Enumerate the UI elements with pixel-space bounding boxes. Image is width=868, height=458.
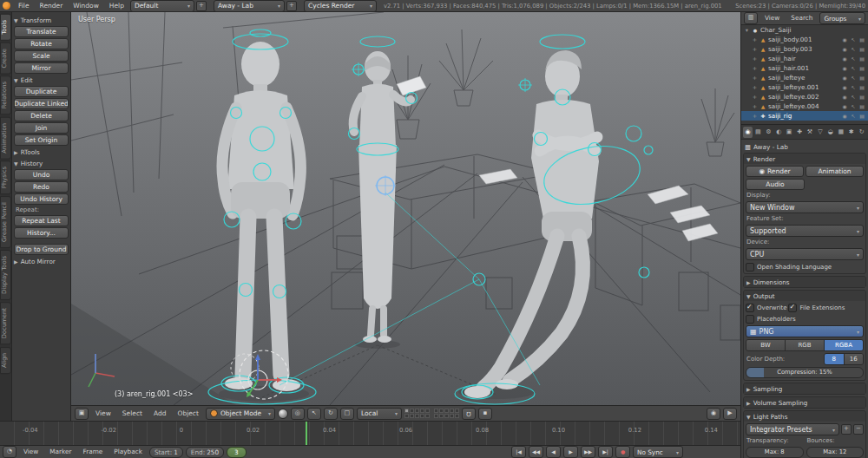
panel-transform-header[interactable]: Transform (14, 15, 69, 25)
view-menu[interactable]: View (91, 408, 115, 420)
play-button[interactable]: ▶ (563, 446, 578, 458)
panel-edit-header[interactable]: Edit (14, 75, 69, 85)
bounces-max-field[interactable]: Max: 12 (806, 447, 865, 458)
hide-toggle[interactable]: ◉ (841, 56, 848, 62)
file-extensions-checkbox[interactable] (788, 304, 797, 312)
select-toggle[interactable]: ↖ (850, 84, 857, 90)
hide-toggle[interactable]: ◉ (841, 84, 848, 90)
opengl-render-button[interactable]: ◉ (707, 408, 720, 420)
sampling-panel-header[interactable]: Sampling (744, 383, 865, 394)
screen-layout-dropdown[interactable]: Default (130, 0, 194, 12)
light-paths-panel-header[interactable]: Light Paths (744, 411, 865, 422)
timeline-ruler[interactable]: -0.04 -0.02 0 0.02 0.04 0.06 0.08 0.10 0… (0, 421, 740, 445)
tab-relations[interactable]: Relations (0, 75, 11, 114)
auto-keyframe-record-button[interactable]: ● (615, 446, 630, 458)
mirror-button[interactable]: Mirror (14, 62, 69, 74)
tab-constraints-icon[interactable]: ✚ (795, 127, 805, 138)
outliner-row-selected[interactable]: + ✚ saiji_rig ◉ ↖ ▤ (741, 111, 868, 121)
osl-checkbox[interactable] (746, 263, 754, 272)
outliner-row[interactable]: + ▲ saiji_lefteye ◉ ↖ ▤ (741, 73, 868, 82)
render-audio-button[interactable]: Audio (746, 179, 805, 190)
repeat-last-button[interactable]: Repeat Last (14, 215, 69, 226)
next-keyframe-button[interactable]: ▶▶ (581, 446, 595, 458)
jump-to-end-button[interactable]: ▶| (598, 446, 613, 458)
select-toggle[interactable]: ↖ (850, 75, 857, 81)
current-frame-field[interactable]: 3 (227, 447, 247, 458)
hide-toggle[interactable]: ◉ (841, 113, 848, 119)
transparency-max-field[interactable]: Max: 8 (746, 447, 804, 458)
tab-create[interactable]: Create (0, 43, 11, 75)
viewport-3d[interactable]: User Persp (3) aren_rig.001 <03> (71, 12, 740, 405)
outliner-row[interactable]: + ▲ saiji_lefteye.001 ◉ ↖ ▤ (741, 82, 868, 92)
outliner-editor-type-button[interactable]: ▥ (744, 12, 758, 24)
menu-render[interactable]: Render (36, 0, 68, 12)
tab-scene-icon[interactable]: ⚙ (764, 127, 773, 138)
render-toggle[interactable]: ▤ (858, 84, 865, 90)
render-toggle[interactable]: ▤ (858, 94, 865, 100)
opengl-render-anim-button[interactable]: ▶ (723, 408, 737, 420)
hide-toggle[interactable]: ◉ (841, 65, 848, 71)
overwrite-checkbox[interactable] (746, 304, 754, 312)
rotate-button[interactable]: Rotate (14, 38, 69, 49)
outliner-display-mode-dropdown[interactable]: Groups (819, 12, 865, 24)
jump-to-start-button[interactable]: |◀ (511, 446, 526, 458)
outliner-row[interactable]: + ▲ saiji_lefteye.004 ◉ ↖ ▤ (741, 101, 868, 111)
select-toggle[interactable]: ↖ (850, 46, 857, 52)
file-extensions-checkbox-row[interactable]: File Extensions (788, 303, 845, 312)
playhead[interactable] (306, 422, 307, 445)
duplicate-linked-button[interactable]: Duplicate Linked (14, 98, 69, 109)
render-toggle[interactable]: ▤ (858, 65, 865, 71)
outliner-row[interactable]: + ▲ saiji_body.001 ◉ ↖ ▤ (741, 35, 868, 44)
viewport-shading-dropdown[interactable] (278, 409, 288, 419)
play-reverse-button[interactable]: ◀ (546, 446, 561, 458)
display-dropdown[interactable]: New Window (746, 201, 864, 213)
device-dropdown[interactable]: CPU (746, 248, 864, 260)
timeline-marker-menu[interactable]: Marker (45, 446, 76, 458)
tab-particles-icon[interactable]: ✱ (846, 127, 856, 138)
panel-rtools-header[interactable]: RTools (14, 147, 69, 157)
object-menu[interactable]: Object (173, 408, 202, 420)
dimensions-panel-header[interactable]: Dimensions (744, 277, 865, 287)
tab-align[interactable]: Align (0, 347, 11, 374)
add-preset-button[interactable]: + (841, 424, 852, 435)
editor-type-button[interactable]: ▣ (75, 408, 89, 420)
set-origin-button[interactable]: Set Origin (14, 134, 69, 146)
render-panel-header[interactable]: Render (744, 154, 865, 164)
tab-display-tools[interactable]: Display Tools (0, 250, 11, 300)
manipulator-rotate-button[interactable]: ↻ (324, 408, 338, 420)
tab-render-layers-icon[interactable]: ▤ (753, 127, 763, 138)
hide-toggle[interactable]: ◉ (841, 46, 848, 52)
tab-grease-pencil[interactable]: Grease Pencil (0, 196, 11, 248)
overwrite-checkbox-row[interactable]: Overwrite (746, 303, 786, 312)
outliner-row[interactable]: + ▲ saiji_body.003 ◉ ↖ ▤ (741, 44, 868, 54)
tab-data-icon[interactable]: ▽ (815, 127, 825, 138)
feature-set-dropdown[interactable]: Supported (746, 225, 864, 237)
hide-toggle[interactable]: ◉ (841, 36, 848, 43)
integrator-presets-dropdown[interactable]: Integrator Presets (746, 423, 839, 435)
color-channels-segment[interactable]: BW RGB RGBA (746, 339, 864, 351)
output-panel-header[interactable]: Output (744, 291, 865, 301)
scale-button[interactable]: Scale (14, 50, 69, 62)
timeline-frame-menu[interactable]: Frame (79, 446, 108, 458)
tab-object-icon[interactable]: ▣ (785, 127, 794, 138)
select-toggle[interactable]: ↖ (850, 94, 857, 100)
osl-checkbox-row[interactable]: Open Shading Language (746, 262, 864, 272)
tab-texture-icon[interactable]: ▦ (836, 127, 845, 138)
add-screen-button[interactable]: + (196, 1, 207, 11)
undo-history-button[interactable]: Undo History (14, 193, 69, 205)
render-button[interactable]: ◉ Render (746, 166, 804, 177)
remove-preset-button[interactable]: − (853, 424, 864, 435)
manipulator-translate-button[interactable]: ↖ (307, 408, 321, 420)
outliner-row[interactable]: + ▲ saiji_hair ◉ ↖ ▤ (741, 54, 868, 63)
hide-toggle[interactable]: ◉ (841, 94, 848, 100)
manipulator-scale-button[interactable]: □ (340, 408, 354, 420)
drop-to-ground-button[interactable]: Drop to Ground (14, 244, 69, 255)
transform-orientation-dropdown[interactable]: Local (357, 408, 402, 420)
menu-window[interactable]: Window (69, 0, 103, 12)
panel-auto-mirror-header[interactable]: Auto Mirror (14, 256, 69, 266)
outliner-view-menu[interactable]: View (760, 12, 784, 24)
hide-toggle[interactable]: ◉ (841, 75, 848, 81)
redo-button[interactable]: Redo (14, 181, 69, 193)
tab-physics-icon[interactable]: ↻ (857, 127, 866, 138)
undo-button[interactable]: Undo (14, 169, 69, 180)
